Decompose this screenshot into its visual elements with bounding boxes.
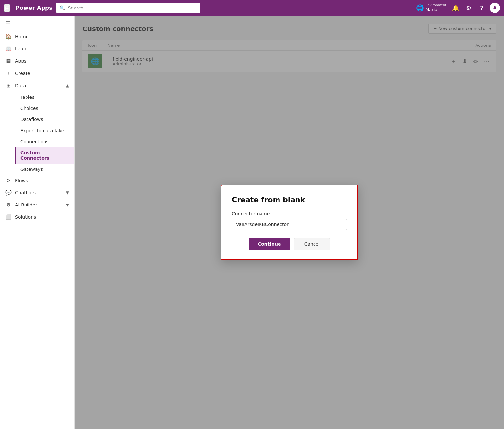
help-icon[interactable]: ?: [477, 3, 487, 13]
sidebar-item-custom-connectors[interactable]: Custom Connectors: [15, 147, 74, 164]
sidebar-apps-label: Apps: [15, 58, 27, 63]
environment-name: Maria: [425, 7, 437, 13]
sidebar-item-chatbots[interactable]: 💬 Chatbots ▼: [0, 187, 74, 199]
data-chevron: ▲: [66, 83, 69, 88]
sidebar-connections-label: Connections: [20, 139, 49, 144]
sidebar-choices-label: Choices: [20, 106, 38, 111]
grid-icon[interactable]: ⊞: [4, 4, 10, 12]
home-icon: 🏠: [5, 33, 12, 40]
sidebar-flows-label: Flows: [15, 178, 28, 183]
sidebar-solutions-label: Solutions: [15, 214, 36, 220]
search-input[interactable]: [68, 5, 197, 10]
sidebar-item-choices[interactable]: Choices: [15, 103, 74, 114]
environment-info: Environment Maria: [425, 3, 446, 13]
dialog-title: Create from blank: [232, 196, 347, 204]
sidebar-gateways-label: Gateways: [20, 167, 43, 172]
chatbots-icon: 💬: [5, 189, 12, 196]
sidebar-learn-label: Learn: [15, 46, 28, 51]
create-icon: ＋: [5, 70, 12, 77]
search-icon: 🔍: [60, 5, 65, 10]
dialog-buttons: Continue Cancel: [232, 238, 347, 250]
sidebar: ☰ 🏠 Home 📖 Learn ▦ Apps ＋ Create ⊞ Data …: [0, 16, 75, 429]
sidebar-item-home[interactable]: 🏠 Home: [0, 30, 74, 43]
sidebar-custom-connectors-label: Custom Connectors: [20, 150, 69, 161]
sidebar-create-label: Create: [15, 71, 30, 76]
ai-builder-icon: ⚙: [5, 202, 12, 208]
sidebar-item-gateways[interactable]: Gateways: [15, 164, 74, 175]
topnav: ⊞ Power Apps 🔍 🌐 Environment Maria 🔔 ⚙ ?…: [0, 0, 504, 16]
sidebar-item-export[interactable]: Export to data lake: [15, 125, 74, 136]
flows-icon: ⟳: [5, 178, 12, 184]
main-content: Custom connectors + New custom connector…: [75, 16, 504, 429]
sidebar-item-ai-builder[interactable]: ⚙ AI Builder ▼: [0, 199, 74, 211]
search-bar: 🔍: [56, 3, 200, 13]
sidebar-item-flows[interactable]: ⟳ Flows: [0, 175, 74, 187]
sidebar-item-solutions[interactable]: ⬜ Solutions: [0, 211, 74, 223]
topnav-icons: 🔔 ⚙ ? A: [450, 3, 500, 13]
app-brand: Power Apps: [15, 5, 52, 11]
hamburger-icon[interactable]: ☰: [0, 16, 74, 30]
sidebar-tables-label: Tables: [20, 95, 35, 100]
data-subitems: Tables Choices Dataflows Export to data …: [0, 92, 74, 175]
sidebar-dataflows-label: Dataflows: [20, 117, 43, 122]
notification-icon[interactable]: 🔔: [450, 3, 461, 13]
sidebar-item-data[interactable]: ⊞ Data ▲: [0, 80, 74, 92]
apps-icon: ▦: [5, 58, 12, 64]
continue-button[interactable]: Continue: [249, 238, 290, 250]
create-from-blank-dialog: Create from blank Connector name Continu…: [221, 185, 358, 260]
sidebar-chatbots-label: Chatbots: [15, 190, 36, 195]
sidebar-item-create[interactable]: ＋ Create: [0, 67, 74, 80]
ai-builder-chevron: ▼: [66, 203, 69, 207]
modal-overlay: Create from blank Connector name Continu…: [75, 16, 504, 429]
settings-icon[interactable]: ⚙: [463, 3, 474, 13]
cancel-button[interactable]: Cancel: [294, 238, 330, 250]
avatar[interactable]: A: [490, 3, 500, 13]
sidebar-ai-builder-label: AI Builder: [15, 202, 37, 207]
environment-globe-btn[interactable]: 🌐 Environment Maria: [416, 3, 446, 13]
solutions-icon: ⬜: [5, 214, 12, 220]
data-icon: ⊞: [5, 82, 12, 89]
sidebar-item-apps[interactable]: ▦ Apps: [0, 55, 74, 67]
learn-icon: 📖: [5, 45, 12, 52]
environment-label: Environment: [425, 3, 446, 7]
sidebar-item-dataflows[interactable]: Dataflows: [15, 114, 74, 125]
sidebar-item-tables[interactable]: Tables: [15, 92, 74, 103]
sidebar-export-label: Export to data lake: [20, 128, 64, 133]
connector-name-input[interactable]: [232, 219, 347, 230]
chatbots-chevron: ▼: [66, 190, 69, 195]
connector-name-label: Connector name: [232, 211, 347, 216]
sidebar-item-connections[interactable]: Connections: [15, 136, 74, 147]
sidebar-item-learn[interactable]: 📖 Learn: [0, 43, 74, 55]
sidebar-home-label: Home: [15, 34, 28, 39]
sidebar-data-label: Data: [15, 83, 26, 88]
